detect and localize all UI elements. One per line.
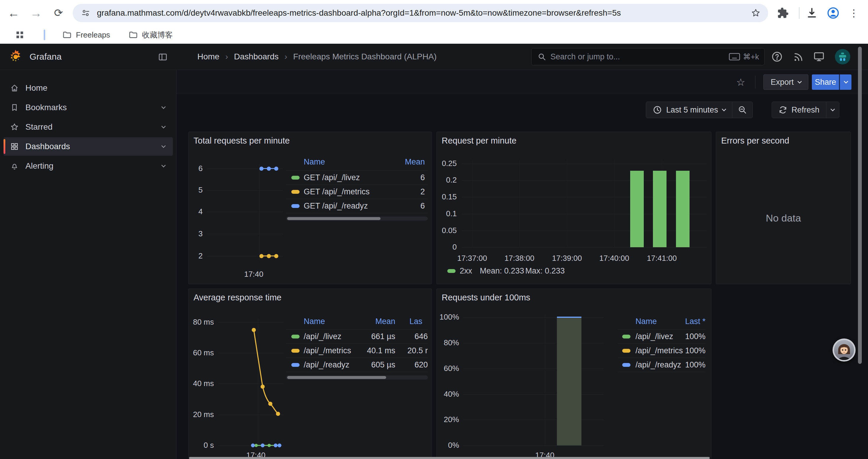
profile-icon[interactable]	[827, 6, 840, 20]
y-tick: 0.1	[438, 209, 457, 218]
search-placeholder: Search or jump to...	[550, 52, 620, 61]
bar-2xx[interactable]	[630, 171, 644, 247]
legend-swatch[interactable]	[291, 176, 300, 179]
floating-avatar[interactable]	[833, 338, 856, 362]
horizontal-scrollbar[interactable]	[189, 457, 710, 459]
avatar-girl-icon	[834, 340, 854, 360]
share-button[interactable]: Share	[812, 74, 839, 90]
legend-name[interactable]: GET /api/_/livez	[304, 173, 360, 182]
x-tick: 17:39:00	[549, 254, 585, 263]
refresh-group: Refresh	[772, 102, 839, 118]
zoom-out-icon	[738, 105, 747, 114]
browser-toolbar: ← → ⟳ grafana.mathmast.com/d/deytv4rwava…	[0, 0, 868, 26]
legend-header-last[interactable]: Las	[409, 317, 423, 326]
breadcrumb-dashboards[interactable]: Dashboards	[234, 52, 279, 61]
sidebar-item-starred[interactable]: Starred	[4, 118, 173, 136]
menu-dots-icon[interactable]: ⋮	[845, 0, 863, 26]
legend-header-name[interactable]: Name	[636, 317, 657, 326]
site-info-icon[interactable]	[81, 8, 90, 18]
star-icon	[10, 123, 19, 131]
panel-title[interactable]: Request per minute	[442, 136, 517, 145]
bar-2xx[interactable]	[653, 171, 666, 247]
legend-series[interactable]: 2xx	[460, 266, 472, 275]
legend-scrollbar[interactable]	[286, 375, 428, 380]
legend-scrollbar[interactable]	[286, 217, 428, 221]
y-tick: 80%	[437, 338, 459, 347]
brand-title[interactable]: Grafana	[30, 44, 61, 70]
legend-header-last[interactable]: Last *	[655, 317, 706, 326]
chevron-down-icon[interactable]	[161, 143, 166, 148]
legend-name[interactable]: /api/_/livez	[304, 332, 342, 341]
legend-swatch[interactable]	[622, 335, 630, 338]
line-chart	[188, 289, 432, 459]
legend-name[interactable]: GET /api/_/readyz	[304, 201, 368, 210]
sidebar-item-home[interactable]: Home	[4, 79, 173, 97]
panel-title[interactable]: Errors per second	[721, 136, 789, 145]
sidebar-item-alerting[interactable]: Alerting	[4, 157, 173, 175]
legend-swatch[interactable]	[291, 190, 300, 194]
legend-value: 100%	[661, 332, 706, 341]
download-icon[interactable]	[806, 7, 818, 19]
legend-last-value: 20.5 r	[400, 346, 428, 355]
chevron-down-icon[interactable]	[161, 104, 166, 109]
monitor-icon[interactable]	[811, 44, 827, 70]
legend-mean-value: 661 µs	[342, 332, 395, 341]
refresh-button[interactable]: Refresh	[772, 102, 826, 118]
legend-swatch[interactable]	[622, 363, 630, 367]
news-rss-icon[interactable]	[790, 44, 806, 70]
breadcrumb-home[interactable]: Home	[197, 52, 219, 61]
sidebar-item-label: Dashboards	[25, 142, 70, 151]
refresh-interval-dropdown[interactable]	[826, 102, 839, 118]
export-button[interactable]: Export	[764, 74, 808, 90]
bar-under-100ms[interactable]	[557, 317, 582, 446]
legend-value: 6	[369, 173, 425, 182]
legend-swatch[interactable]	[291, 204, 300, 208]
panel-title[interactable]: Requests under 100ms	[442, 293, 530, 302]
screen: ← → ⟳ grafana.mathmast.com/d/deytv4rwava…	[0, 0, 868, 459]
legend-name[interactable]: GET /api/_/metrics	[304, 187, 370, 196]
legend-mean-value: 605 µs	[342, 360, 395, 369]
legend-value: 2	[369, 187, 425, 196]
x-tick: 17:37:00	[454, 254, 490, 263]
url-text[interactable]: grafana.mathmast.com/d/deytv4rwavabkb/fr…	[97, 8, 621, 18]
back-icon[interactable]: ←	[5, 0, 23, 26]
legend-header-name[interactable]: Name	[304, 157, 325, 167]
user-avatar[interactable]	[835, 49, 850, 64]
breadcrumb: Home › Dashboards › Freeleaps Metrics Da…	[197, 44, 437, 70]
help-icon[interactable]	[769, 44, 785, 70]
sidebar-item-bookmarks[interactable]: Bookmarks	[4, 98, 173, 117]
chevron-down-icon[interactable]	[161, 124, 166, 129]
legend-header-mean[interactable]: Mean	[366, 157, 425, 167]
sidebar-toggle-icon[interactable]	[158, 52, 168, 62]
legend-swatch[interactable]	[622, 349, 630, 353]
vertical-scrollbar[interactable]	[858, 47, 862, 364]
time-range-button[interactable]: Last 5 minutes	[646, 102, 732, 118]
grafana-logo[interactable]	[8, 49, 23, 64]
share-dropdown-button[interactable]	[840, 74, 851, 90]
time-picker-group: Last 5 minutes	[646, 102, 753, 118]
legend-swatch[interactable]	[291, 335, 300, 338]
favorite-star-icon[interactable]: ☆	[736, 74, 745, 90]
legend-header-name[interactable]: Name	[304, 317, 325, 326]
apps-grid-icon[interactable]	[16, 30, 24, 39]
forward-icon[interactable]: →	[27, 0, 45, 26]
bookmark-folder-blogs[interactable]: 收藏博客	[128, 30, 173, 40]
bar-2xx[interactable]	[676, 171, 689, 247]
zoom-out-button[interactable]	[733, 102, 752, 118]
bookmark-star-icon[interactable]	[751, 8, 761, 18]
legend-swatch[interactable]	[291, 349, 300, 353]
sidebar-item-dashboards[interactable]: Dashboards	[4, 137, 173, 156]
legend-header-mean[interactable]: Mean	[342, 317, 395, 326]
bookmark-folder-freeleaps[interactable]: Freeleaps	[62, 30, 110, 40]
legend-swatch[interactable]	[447, 269, 456, 273]
search-input[interactable]: Search or jump to... ⌘+k	[531, 48, 765, 65]
x-tick: 17:41:00	[644, 254, 680, 263]
address-bar[interactable]: grafana.mathmast.com/d/deytv4rwavabkb/fr…	[73, 4, 768, 22]
chevron-down-icon[interactable]	[161, 163, 166, 167]
reload-icon[interactable]: ⟳	[50, 0, 67, 26]
extensions-icon[interactable]	[777, 7, 789, 19]
y-tick: 0%	[437, 441, 459, 450]
y-tick: 4	[191, 207, 203, 216]
legend-swatch[interactable]	[291, 363, 300, 367]
panel-title[interactable]: Total requests per minute	[193, 136, 290, 145]
